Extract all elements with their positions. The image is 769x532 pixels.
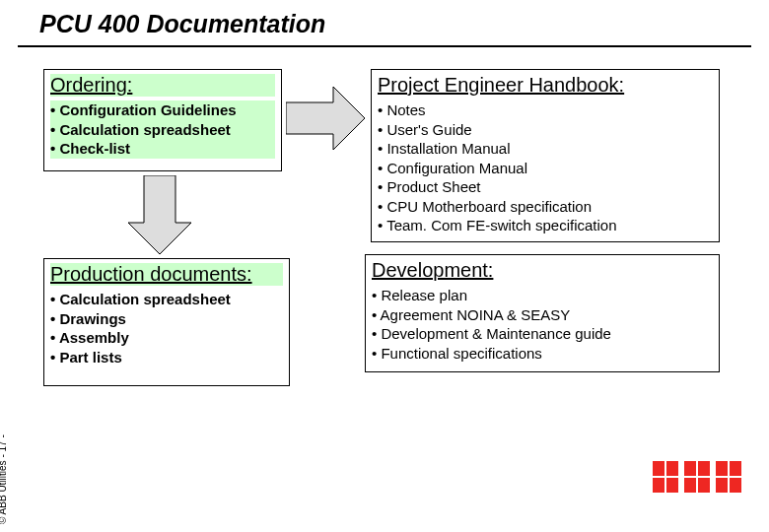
abb-logo <box>651 459 743 497</box>
list-item: • Product Sheet <box>378 177 713 197</box>
list-item: • Part lists <box>50 348 283 367</box>
svg-marker-1 <box>128 175 191 254</box>
svg-rect-9 <box>698 478 710 493</box>
production-box: Production documents: • Calculation spre… <box>43 258 290 386</box>
svg-rect-10 <box>716 461 728 476</box>
project-box: Project Engineer Handbook: • Notes • Use… <box>371 69 720 242</box>
production-title: Production documents: <box>50 263 283 286</box>
list-item: • Configuration Manual <box>378 159 713 178</box>
list-item: • Configuration Guidelines <box>50 100 275 120</box>
list-item: • Drawings <box>50 309 283 329</box>
ordering-title: Ordering: <box>50 74 275 97</box>
list-item: • Assembly <box>50 328 283 348</box>
svg-rect-13 <box>730 478 741 493</box>
development-box: Development: • Release plan • Agreement … <box>365 254 720 372</box>
list-item: • Notes <box>378 100 713 120</box>
list-item: • Agreement NOINA & SEASY <box>372 305 713 325</box>
list-item: • CPU Motherboard specification <box>378 197 713 217</box>
development-title: Development: <box>372 259 713 282</box>
project-title: Project Engineer Handbook: <box>378 74 713 97</box>
svg-rect-12 <box>716 478 728 493</box>
list-item: • Check-list <box>50 139 275 159</box>
copyright-text: © ABB Utilities - 17 - <box>0 434 8 524</box>
title-underline <box>18 45 751 47</box>
svg-rect-4 <box>653 478 664 493</box>
svg-marker-0 <box>286 87 365 150</box>
list-item: • Release plan <box>372 286 713 305</box>
svg-rect-8 <box>684 478 696 493</box>
svg-rect-2 <box>653 461 664 476</box>
list-item: • Team. Com FE-switch specification <box>378 216 713 235</box>
svg-rect-3 <box>666 461 678 476</box>
svg-rect-7 <box>698 461 710 476</box>
svg-rect-11 <box>730 461 741 476</box>
slide-title: PCU 400 Documentation <box>39 10 325 38</box>
list-item: • Calculation spreadsheet <box>50 290 283 309</box>
svg-rect-6 <box>684 461 696 476</box>
list-item: • User's Guide <box>378 120 713 140</box>
list-item: • Development & Maintenance guide <box>372 324 713 344</box>
list-item: • Functional specifications <box>372 344 713 364</box>
arrow-down-icon <box>128 175 191 254</box>
ordering-box: Ordering: • Configuration Guidelines • C… <box>43 69 282 171</box>
svg-rect-5 <box>666 478 678 493</box>
list-item: • Installation Manual <box>378 139 713 159</box>
list-item: • Calculation spreadsheet <box>50 120 275 140</box>
arrow-right-icon <box>286 87 365 150</box>
